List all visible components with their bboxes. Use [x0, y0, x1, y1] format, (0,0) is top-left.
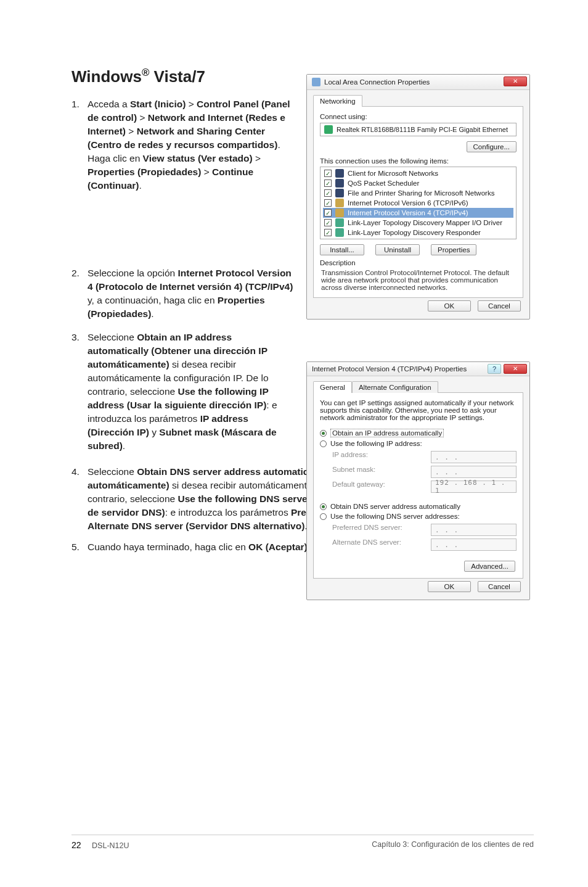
heading-prefix: Windows [71, 67, 142, 86]
help-icon[interactable]: ? [488, 364, 501, 374]
ok-button[interactable]: OK [428, 581, 471, 592]
list-item[interactable]: ✓Client for Microsoft Networks [323, 168, 513, 178]
ok-button[interactable]: OK [428, 300, 471, 311]
step-1-body: Acceda a Start (Inicio) > Control Panel … [88, 97, 293, 192]
radio-use-ip[interactable]: Use the following IP address: [320, 439, 517, 448]
s3-t4: y [149, 427, 159, 437]
cancel-button[interactable]: Cancel [478, 300, 521, 311]
radio-obtain-dns[interactable]: Obtain DNS server address automatically [320, 501, 517, 511]
list-item[interactable]: ✓QoS Packet Scheduler [323, 178, 513, 188]
client-icon [335, 169, 344, 178]
item-6: Link-Layer Topology Discovery Responder [348, 229, 481, 236]
qos-icon [335, 179, 344, 188]
s4-b4: Alternate DNS server (Servidor DNS alter… [88, 521, 304, 531]
adapter-field: Realtek RTL8168B/8111B Family PCI-E Giga… [320, 123, 517, 136]
ip-address-field: . . . [431, 451, 517, 463]
radio-obtain-dns-label: Obtain DNS server address automatically [330, 503, 460, 510]
s3-t5: . [123, 440, 125, 451]
uninstall-button[interactable]: Uninstall [375, 244, 420, 255]
checkbox-icon[interactable]: ✓ [324, 229, 332, 236]
item-5: Link-Layer Topology Discovery Mapper I/O… [348, 219, 502, 226]
list-item-selected[interactable]: ✓Internet Protocol Version 4 (TCP/IPv4) [323, 208, 513, 218]
step-2: 2. Seleccione la opción Internet Protoco… [71, 266, 293, 321]
subnet-field: . . . [431, 466, 517, 478]
checkbox-icon[interactable]: ✓ [324, 179, 332, 187]
dlg2-intro: You can get IP settings assigned automat… [320, 399, 517, 421]
radio-use-ip-label: Use the following IP address: [330, 440, 422, 447]
s1-t4: > [126, 126, 137, 136]
list-item[interactable]: ✓Link-Layer Topology Discovery Responder [323, 228, 513, 237]
install-button[interactable]: Install... [320, 244, 364, 255]
advanced-button[interactable]: Advanced... [464, 561, 515, 572]
item-4: Internet Protocol Version 4 (TCP/IPv4) [348, 209, 468, 217]
checkbox-icon[interactable]: ✓ [324, 199, 332, 207]
checkbox-icon[interactable]: ✓ [324, 219, 332, 226]
chapter-label: Capítulo 3: Configuración de los cliente… [372, 840, 534, 850]
ipv6-icon [335, 199, 344, 207]
gateway-label: Default gateway: [332, 481, 431, 493]
network-icon [312, 78, 321, 86]
ipv4-icon [335, 208, 344, 217]
cancel-button[interactable]: Cancel [478, 581, 521, 592]
tab-networking[interactable]: Networking [313, 95, 362, 107]
step-3: 3. Seleccione Obtain an IP address autom… [71, 331, 293, 453]
description-label: Description [320, 259, 517, 266]
fileprint-icon [335, 189, 344, 197]
alt-dns-label: Alternate DNS server: [332, 538, 431, 551]
page-footer: 22 DSL-N12U Capítulo 3: Configuración de… [71, 835, 534, 850]
checkbox-icon[interactable]: ✓ [324, 189, 332, 197]
s1-b6: Properties (Propiedades) [88, 167, 201, 177]
radio-icon[interactable] [320, 513, 327, 520]
item-0: Client for Microsoft Networks [348, 170, 438, 177]
alt-dns-field: . . . [431, 538, 517, 551]
adapter-name: Realtek RTL8168B/8111B Family PCI-E Giga… [337, 126, 508, 133]
page-number: 22 [71, 840, 81, 850]
step-5-num: 5. [71, 540, 88, 554]
heading-suffix: Vista/7 [149, 67, 205, 86]
radio-icon[interactable] [320, 430, 327, 437]
list-item[interactable]: ✓File and Printer Sharing for Microsoft … [323, 188, 513, 198]
radio-use-dns[interactable]: Use the following DNS server addresses: [320, 511, 517, 521]
radio-icon[interactable] [320, 503, 327, 510]
list-item[interactable]: ✓Link-Layer Topology Discovery Mapper I/… [323, 218, 513, 228]
radio-icon[interactable] [320, 440, 327, 447]
adapter-icon [324, 125, 333, 134]
tab-general[interactable]: General [313, 381, 352, 393]
item-3: Internet Protocol Version 6 (TCP/IPv6) [348, 199, 468, 207]
close-icon[interactable]: ✕ [504, 76, 527, 86]
subnet-label: Subnet mask: [332, 466, 431, 478]
s1-b5: View status (Ver estado) [143, 153, 253, 163]
tab-alternate[interactable]: Alternate Configuration [352, 381, 438, 393]
s1-t6: > [253, 153, 261, 163]
lltd-mapper-icon [335, 218, 344, 227]
connect-using-label: Connect using: [320, 113, 517, 120]
checkbox-icon[interactable]: ✓ [324, 209, 332, 217]
configure-button[interactable]: Configure... [467, 141, 517, 152]
radio-obtain-ip[interactable]: Obtain an IP address automatically [320, 427, 517, 439]
s4-t3: : e introduzca los parámetros [165, 507, 291, 518]
s1-t1: Acceda a [88, 99, 130, 109]
items-list[interactable]: ✓Client for Microsoft Networks ✓QoS Pack… [320, 167, 517, 239]
properties-button[interactable]: Properties [431, 244, 476, 255]
close-icon[interactable]: ✕ [504, 364, 527, 374]
uses-items-label: This connection uses the following items… [320, 157, 517, 165]
step-3-body: Seleccione Obtain an IP address automati… [88, 331, 293, 453]
gateway-field: 192 . 168 . 1 . 1 [431, 481, 517, 493]
s5-b1: OK (Aceptar). [248, 542, 310, 552]
lltd-responder-icon [335, 228, 344, 237]
dlg1-titlebar: Local Area Connection Properties ✕ [307, 75, 529, 90]
s2-t2: y, a continuación, haga clic en [88, 295, 218, 305]
left-column: 1. Acceda a Start (Inicio) > Control Pan… [71, 97, 293, 463]
s2-t1: Seleccione la opción [88, 268, 178, 278]
ip-address-label: IP address: [332, 451, 431, 463]
dlg2-title-text: Internet Protocol Version 4 (TCP/IPv4) P… [312, 365, 467, 373]
step-2-num: 2. [71, 266, 88, 321]
dlg1-title-text: Local Area Connection Properties [324, 78, 430, 86]
dlg2-titlebar: Internet Protocol Version 4 (TCP/IPv4) P… [307, 362, 529, 376]
s3-t1: Seleccione [88, 332, 137, 342]
s1-t2: > [186, 99, 197, 109]
local-area-connection-dialog: Local Area Connection Properties ✕ Netwo… [306, 74, 530, 320]
item-1: QoS Packet Scheduler [348, 179, 419, 187]
list-item[interactable]: ✓Internet Protocol Version 6 (TCP/IPv6) [323, 198, 513, 208]
checkbox-icon[interactable]: ✓ [324, 170, 332, 177]
